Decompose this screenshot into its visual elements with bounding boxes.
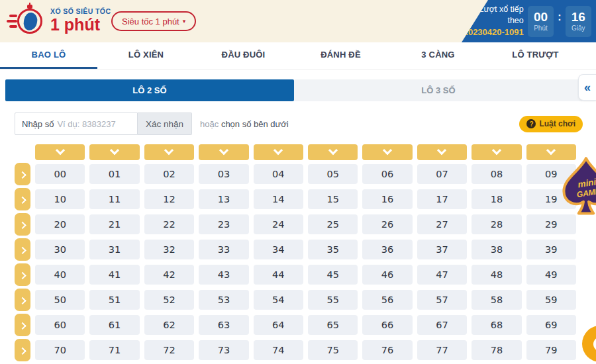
- number-cell[interactable]: 44: [254, 265, 303, 285]
- number-cell[interactable]: 35: [308, 240, 358, 259]
- number-cell[interactable]: 26: [362, 214, 412, 234]
- game-selector-dropdown[interactable]: Siêu tốc 1 phút ▾: [111, 11, 196, 31]
- sidebar-collapse-button[interactable]: «: [578, 74, 596, 101]
- number-cell[interactable]: 41: [89, 265, 139, 285]
- tab-lo-xien[interactable]: LÔ XIÊN: [97, 42, 195, 69]
- number-cell[interactable]: 70: [35, 340, 85, 360]
- number-cell[interactable]: 04: [254, 164, 303, 184]
- number-cell[interactable]: 46: [362, 265, 412, 285]
- row-select-button[interactable]: [15, 238, 30, 261]
- number-cell[interactable]: 68: [472, 315, 521, 335]
- number-cell[interactable]: 63: [199, 315, 248, 335]
- number-cell[interactable]: 05: [308, 164, 358, 184]
- number-cell[interactable]: 36: [362, 240, 412, 259]
- floating-action-button[interactable]: [582, 326, 596, 362]
- column-select-button[interactable]: [199, 144, 248, 160]
- number-cell[interactable]: 45: [308, 265, 358, 285]
- tab-lo-truot[interactable]: LÔ TRƯỢT: [487, 42, 584, 69]
- number-cell[interactable]: 79: [526, 340, 576, 360]
- number-cell[interactable]: 13: [199, 189, 248, 209]
- number-cell[interactable]: 75: [308, 340, 358, 360]
- tab-bao-lo[interactable]: BAO LÔ: [0, 42, 97, 69]
- number-cell[interactable]: 39: [526, 240, 576, 259]
- number-cell[interactable]: 66: [362, 315, 412, 335]
- number-cell[interactable]: 62: [144, 315, 194, 335]
- column-select-button[interactable]: [362, 144, 412, 160]
- tab-3-cang[interactable]: 3 CÀNG: [389, 42, 487, 69]
- subtab-lo-3-so[interactable]: LÔ 3 SỐ: [294, 79, 583, 101]
- mini-game-badge[interactable]: mini GAME: [560, 148, 596, 228]
- tab-dau-duoi[interactable]: ĐẦU ĐUÔI: [195, 42, 292, 69]
- confirm-button[interactable]: Xác nhận: [138, 113, 192, 135]
- number-cell[interactable]: 58: [472, 290, 521, 310]
- number-input-box[interactable]: Nhập số: [15, 113, 138, 135]
- number-cell[interactable]: 16: [362, 189, 412, 209]
- number-cell[interactable]: 21: [89, 214, 139, 234]
- number-cell[interactable]: 30: [35, 240, 85, 259]
- row-select-button[interactable]: [15, 339, 30, 361]
- number-cell[interactable]: 52: [144, 290, 194, 310]
- number-cell[interactable]: 32: [144, 240, 194, 259]
- row-select-button[interactable]: [15, 263, 30, 286]
- column-select-button[interactable]: [472, 144, 521, 160]
- number-cell[interactable]: 37: [417, 240, 467, 259]
- number-cell[interactable]: 14: [254, 189, 303, 209]
- number-cell[interactable]: 74: [254, 340, 303, 360]
- number-cell[interactable]: 07: [417, 164, 467, 184]
- number-cell[interactable]: 43: [199, 265, 248, 285]
- row-select-button[interactable]: [15, 188, 30, 210]
- number-cell[interactable]: 77: [417, 340, 467, 360]
- tab-danh-de[interactable]: ĐÁNH ĐỀ: [292, 42, 389, 69]
- number-cell[interactable]: 72: [144, 340, 194, 360]
- column-select-button[interactable]: [35, 144, 85, 160]
- number-cell[interactable]: 38: [472, 240, 521, 259]
- column-select-button[interactable]: [254, 144, 303, 160]
- number-cell[interactable]: 65: [308, 315, 358, 335]
- number-cell[interactable]: 06: [362, 164, 412, 184]
- number-cell[interactable]: 60: [35, 315, 85, 335]
- row-select-button[interactable]: [15, 163, 30, 185]
- rules-button[interactable]: ? Luật chơi: [519, 116, 583, 132]
- number-cell[interactable]: 27: [417, 214, 467, 234]
- number-cell[interactable]: 64: [254, 315, 303, 335]
- number-cell[interactable]: 33: [199, 240, 248, 259]
- number-cell[interactable]: 67: [417, 315, 467, 335]
- number-cell[interactable]: 23: [199, 214, 248, 234]
- column-select-button[interactable]: [417, 144, 467, 160]
- row-select-button[interactable]: [15, 314, 30, 336]
- number-cell[interactable]: 73: [199, 340, 248, 360]
- number-cell[interactable]: 71: [89, 340, 139, 360]
- number-cell[interactable]: 56: [362, 290, 412, 310]
- column-select-button[interactable]: [308, 144, 358, 160]
- number-cell[interactable]: 53: [199, 290, 248, 310]
- number-cell[interactable]: 78: [472, 340, 521, 360]
- number-cell[interactable]: 42: [144, 265, 194, 285]
- number-cell[interactable]: 15: [308, 189, 358, 209]
- number-cell[interactable]: 12: [144, 189, 194, 209]
- number-cell[interactable]: 49: [526, 265, 576, 285]
- number-cell[interactable]: 54: [254, 290, 303, 310]
- number-cell[interactable]: 47: [417, 265, 467, 285]
- number-cell[interactable]: 40: [35, 265, 85, 285]
- number-cell[interactable]: 17: [417, 189, 467, 209]
- number-cell[interactable]: 61: [89, 315, 139, 335]
- number-cell[interactable]: 69: [526, 315, 576, 335]
- number-cell[interactable]: 25: [308, 214, 358, 234]
- number-cell[interactable]: 28: [472, 214, 521, 234]
- column-select-button[interactable]: [144, 144, 194, 160]
- number-cell[interactable]: 08: [472, 164, 521, 184]
- number-cell[interactable]: 20: [35, 214, 85, 234]
- number-cell[interactable]: 34: [254, 240, 303, 259]
- number-cell[interactable]: 31: [89, 240, 139, 259]
- number-cell[interactable]: 10: [35, 189, 85, 209]
- number-cell[interactable]: 50: [35, 290, 85, 310]
- number-cell[interactable]: 18: [472, 189, 521, 209]
- number-input[interactable]: [57, 119, 137, 129]
- number-cell[interactable]: 01: [89, 164, 139, 184]
- subtab-lo-2-so[interactable]: LÔ 2 SỐ: [5, 79, 294, 101]
- column-select-button[interactable]: [89, 144, 139, 160]
- number-cell[interactable]: 57: [417, 290, 467, 310]
- row-select-button[interactable]: [15, 213, 30, 236]
- number-cell[interactable]: 76: [362, 340, 412, 360]
- number-cell[interactable]: 55: [308, 290, 358, 310]
